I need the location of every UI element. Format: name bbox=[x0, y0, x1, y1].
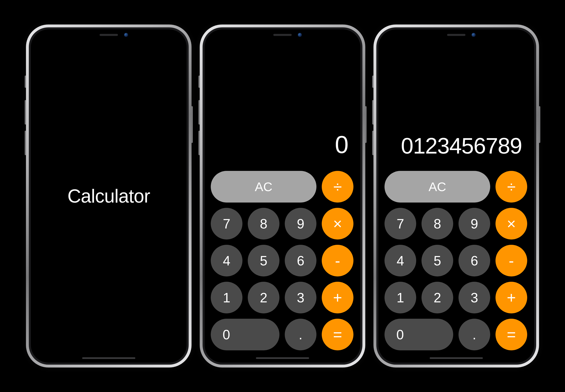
digit-0-button[interactable]: 0 bbox=[211, 319, 280, 350]
digit-0-button[interactable]: 0 bbox=[385, 319, 453, 350]
digit-8-button[interactable]: 8 bbox=[421, 208, 453, 239]
digit-1-button[interactable]: 1 bbox=[385, 282, 416, 313]
home-indicator[interactable] bbox=[82, 357, 135, 359]
digit-label: 6 bbox=[297, 253, 304, 268]
phone-calc-digits: 0123456789 AC ÷ 7 8 9 × bbox=[373, 25, 539, 367]
decimal-button[interactable]: . bbox=[285, 319, 316, 350]
digit-7-button[interactable]: 7 bbox=[385, 208, 416, 239]
digit-label: 2 bbox=[433, 290, 441, 306]
key-row-1: AC ÷ bbox=[385, 171, 528, 203]
digit-label: 1 bbox=[223, 290, 230, 306]
key-row-1: AC ÷ bbox=[211, 171, 354, 203]
display-value: 0 bbox=[335, 130, 348, 159]
digit-6-button[interactable]: 6 bbox=[285, 245, 316, 277]
front-camera-icon bbox=[472, 33, 476, 37]
phone-frame: 0 AC ÷ 7 8 9 × bbox=[200, 25, 365, 367]
digit-5-button[interactable]: 5 bbox=[421, 245, 453, 277]
digit-label: 3 bbox=[297, 290, 304, 306]
digit-4-button[interactable]: 4 bbox=[211, 245, 242, 277]
speaker-grille bbox=[447, 34, 465, 36]
clear-label: AC bbox=[255, 180, 272, 194]
key-row-5: 0 . = bbox=[385, 319, 528, 350]
digit-label: 3 bbox=[471, 290, 478, 306]
decimal-label: . bbox=[299, 327, 302, 342]
clear-button[interactable]: AC bbox=[211, 171, 316, 203]
phone-frame: 0123456789 AC ÷ 7 8 9 × bbox=[373, 25, 539, 367]
digit-2-button[interactable]: 2 bbox=[248, 282, 280, 313]
digit-3-button[interactable]: 3 bbox=[459, 282, 490, 313]
phone-screen: Calculator bbox=[31, 29, 187, 363]
minus-button[interactable]: - bbox=[495, 245, 527, 277]
phone-frame: Calculator bbox=[26, 25, 192, 367]
digit-7-button[interactable]: 7 bbox=[211, 208, 242, 239]
digit-2-button[interactable]: 2 bbox=[421, 282, 453, 313]
minus-button[interactable]: - bbox=[322, 245, 353, 277]
phone-bezel: 0 AC ÷ 7 8 9 × bbox=[203, 27, 362, 365]
digit-label: 9 bbox=[471, 216, 478, 232]
home-indicator[interactable] bbox=[430, 357, 483, 359]
digit-label: 2 bbox=[260, 290, 267, 306]
speaker-grille bbox=[100, 34, 118, 36]
splash-screen: Calculator bbox=[31, 29, 187, 363]
digit-9-button[interactable]: 9 bbox=[285, 208, 316, 239]
digit-label: 5 bbox=[433, 253, 441, 268]
digit-5-button[interactable]: 5 bbox=[248, 245, 280, 277]
plus-icon: + bbox=[507, 290, 516, 306]
key-row-4: 1 2 3 + bbox=[385, 282, 528, 313]
plus-button[interactable]: + bbox=[495, 282, 527, 313]
decimal-label: . bbox=[472, 327, 476, 342]
display-area: 0 bbox=[211, 29, 354, 171]
clear-label: AC bbox=[429, 180, 446, 194]
equals-button[interactable]: = bbox=[495, 319, 527, 350]
divide-button[interactable]: ÷ bbox=[495, 171, 527, 203]
key-row-2: 7 8 9 × bbox=[385, 208, 528, 239]
digit-label: 4 bbox=[397, 253, 404, 268]
clear-button[interactable]: AC bbox=[385, 171, 490, 203]
speaker-grille bbox=[273, 34, 292, 36]
digit-label: 7 bbox=[223, 216, 230, 232]
equals-icon: = bbox=[507, 327, 516, 342]
digit-label: 1 bbox=[397, 290, 404, 306]
digit-9-button[interactable]: 9 bbox=[459, 208, 490, 239]
plus-icon: + bbox=[333, 290, 342, 306]
phone-bezel: 0123456789 AC ÷ 7 8 9 × bbox=[376, 27, 536, 365]
minus-icon: - bbox=[509, 253, 514, 268]
divide-icon: ÷ bbox=[507, 179, 516, 195]
decimal-button[interactable]: . bbox=[459, 319, 490, 350]
key-row-4: 1 2 3 + bbox=[211, 282, 354, 313]
multiply-icon: × bbox=[333, 216, 342, 232]
divide-button[interactable]: ÷ bbox=[322, 171, 353, 203]
key-row-3: 4 5 6 - bbox=[385, 245, 528, 277]
home-indicator[interactable] bbox=[256, 357, 309, 359]
phone-calc-zero: 0 AC ÷ 7 8 9 × bbox=[200, 25, 365, 367]
digit-label: 5 bbox=[260, 253, 267, 268]
calculator-app: 0 AC ÷ 7 8 9 × bbox=[205, 29, 360, 363]
digit-label: 9 bbox=[297, 216, 304, 232]
digit-4-button[interactable]: 4 bbox=[385, 245, 416, 277]
digit-label: 0 bbox=[223, 327, 230, 342]
digit-8-button[interactable]: 8 bbox=[248, 208, 280, 239]
phone-screen: 0 AC ÷ 7 8 9 × bbox=[205, 29, 360, 363]
digit-label: 8 bbox=[260, 216, 267, 232]
equals-button[interactable]: = bbox=[322, 319, 353, 350]
digit-label: 6 bbox=[471, 253, 478, 268]
notch bbox=[69, 29, 149, 41]
phone-screen: 0123456789 AC ÷ 7 8 9 × bbox=[378, 29, 534, 363]
digit-label: 8 bbox=[433, 216, 441, 232]
plus-button[interactable]: + bbox=[322, 282, 353, 313]
multiply-button[interactable]: × bbox=[495, 208, 527, 239]
front-camera-icon bbox=[298, 33, 302, 37]
digit-label: 4 bbox=[223, 253, 230, 268]
multiply-button[interactable]: × bbox=[322, 208, 353, 239]
front-camera-icon bbox=[124, 33, 128, 37]
digit-3-button[interactable]: 3 bbox=[285, 282, 316, 313]
calculator-app: 0123456789 AC ÷ 7 8 9 × bbox=[378, 29, 534, 363]
digit-1-button[interactable]: 1 bbox=[211, 282, 242, 313]
multiply-icon: × bbox=[507, 216, 516, 232]
digit-6-button[interactable]: 6 bbox=[459, 245, 490, 277]
digit-label: 7 bbox=[397, 216, 404, 232]
key-row-5: 0 . = bbox=[211, 319, 354, 350]
equals-icon: = bbox=[333, 327, 342, 342]
key-row-2: 7 8 9 × bbox=[211, 208, 354, 239]
keypad: AC ÷ 7 8 9 × 4 5 6 - bbox=[385, 171, 528, 350]
